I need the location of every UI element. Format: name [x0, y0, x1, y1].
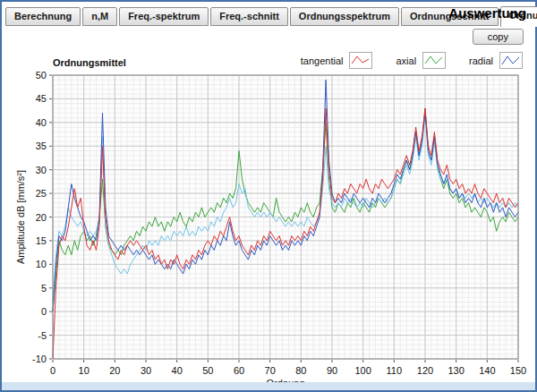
tab-freq-spektrum[interactable]: Freq.-spektrum [119, 7, 209, 26]
y-tick-label: 45 [36, 93, 47, 104]
x-tick-label: 90 [327, 365, 337, 376]
copy-button[interactable]: copy [473, 29, 524, 45]
y-tick-label: 20 [36, 212, 47, 223]
tab-ordnungsspektrum[interactable]: Ordnungsspektrum [290, 7, 399, 26]
x-tick-label: 130 [448, 365, 464, 376]
order-average-chart: -10-505101520253035404550010203040506070… [2, 55, 537, 391]
x-tick-label: 140 [479, 365, 495, 376]
x-tick-label: 50 [202, 365, 213, 376]
x-tick-label: 150 [510, 365, 526, 376]
y-axis-label: Amplitude dB [mm/s²] [15, 170, 26, 264]
x-tick-label: 100 [354, 365, 371, 376]
line-sample-icon [422, 52, 446, 69]
legend-label: radial [469, 55, 493, 66]
x-tick-label: 120 [417, 365, 433, 376]
legend-label: axial [396, 55, 416, 66]
line-sample-icon [499, 52, 523, 69]
y-tick-label: 5 [41, 283, 47, 294]
app-window: Berechnung n,M Freq.-spektrum Freq.-schn… [0, 0, 537, 392]
x-tick-label: 80 [295, 365, 306, 376]
y-tick-label: -5 [38, 330, 47, 341]
x-tick-label: 60 [234, 365, 244, 376]
legend-entry-radial[interactable]: radial [469, 52, 523, 69]
legend-entry-axial[interactable]: axial [396, 52, 446, 69]
chart-legend: tangential axial radial [301, 52, 523, 69]
line-sample-icon [349, 52, 372, 69]
x-tick-label: 0 [50, 365, 55, 376]
y-tick-label: 50 [36, 70, 47, 81]
x-tick-label: 30 [141, 365, 151, 376]
y-tick-label: -10 [32, 354, 47, 364]
tab-n-m[interactable]: n,M [82, 7, 117, 26]
tab-freq-schnitt[interactable]: Freq.-schnitt [210, 7, 288, 26]
legend-label: tangential [301, 55, 344, 66]
x-tick-label: 40 [172, 365, 183, 376]
legend-entry-tangential[interactable]: tangential [301, 52, 373, 69]
y-tick-label: 10 [36, 259, 47, 269]
y-tick-label: 0 [41, 306, 47, 317]
y-tick-label: 35 [36, 141, 47, 151]
x-tick-label: 20 [109, 365, 120, 376]
x-tick-label: 110 [387, 365, 403, 376]
x-tick-label: 70 [265, 365, 276, 376]
x-tick-label: 10 [79, 365, 90, 376]
y-tick-label: 40 [36, 117, 47, 128]
page-title: Auswertung [448, 5, 526, 21]
y-tick-label: 25 [36, 188, 47, 199]
y-tick-label: 30 [36, 165, 47, 175]
tab-berechnung[interactable]: Berechnung [5, 7, 81, 26]
window-bottom-strip [2, 382, 535, 390]
y-tick-label: 15 [36, 235, 47, 246]
